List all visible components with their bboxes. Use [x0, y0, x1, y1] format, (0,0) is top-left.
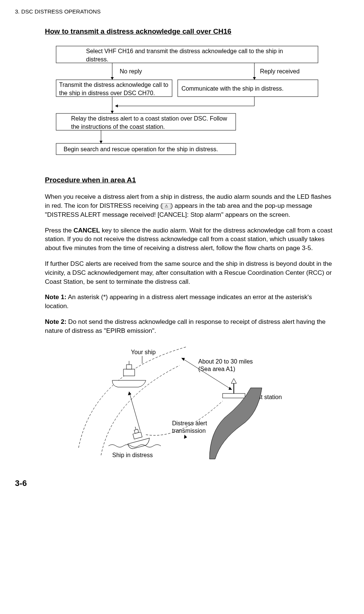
svg-line-27 [129, 392, 140, 431]
svg-marker-11 [115, 104, 118, 107]
label-reply-received: Reply received [260, 68, 300, 75]
diagram-label-distress-2: transmission [172, 428, 206, 434]
note-1: Note 1: An asterisk (*) appearing in a d… [45, 293, 334, 311]
diagram-label-distress-1: Distress alert [172, 420, 207, 426]
flow-box-1: Select VHF CH16 and transmit the distres… [86, 47, 296, 62]
flowchart-svg: Select VHF CH16 and transmit the distres… [52, 44, 322, 160]
diagram-label-your-ship: Your ship [131, 349, 156, 355]
flow-box-3: Communicate with the ship in distress. [181, 85, 316, 93]
svg-marker-14 [100, 141, 103, 143]
chapter-header: 3. DSC DISTRESS OPERATIONS [15, 7, 349, 15]
paragraph-1: When you receive a distress alert from a… [45, 192, 334, 219]
label-no-reply: No reply [120, 68, 142, 75]
svg-rect-19 [123, 369, 135, 376]
svg-marker-18 [229, 387, 232, 390]
svg-marker-8 [111, 111, 114, 113]
coast-station-icon [223, 379, 245, 398]
diagram-label-area: (Sea area A1) [198, 366, 235, 372]
paragraph-2: Press the CANCEL key to silence the audi… [45, 226, 334, 253]
area-a1-diagram: Your ship About 20 to 30 miles (Sea area… [75, 343, 349, 463]
flowchart-ch16: Select VHF CH16 and transmit the distres… [52, 44, 349, 160]
page-number: 3-6 [15, 478, 349, 489]
svg-marker-26 [184, 435, 187, 439]
your-ship-icon [112, 361, 146, 387]
flow-box-5: Begin search and rescue operation for th… [64, 145, 236, 154]
svg-rect-20 [126, 365, 132, 369]
svg-marker-23 [231, 379, 236, 383]
diagram-label-ship-distress: Ship in distress [112, 452, 153, 458]
svg-marker-17 [181, 358, 185, 361]
distress-receive-icon: ⚠ [162, 203, 171, 209]
diagram-label-distance: About 20 to 30 miles [198, 358, 253, 365]
diagram-svg: Your ship About 20 to 30 miles (Sea area… [75, 343, 292, 463]
flow-box-2: Transmit the distress acknowledge call t… [59, 81, 171, 96]
svg-rect-25 [223, 393, 245, 398]
svg-rect-29 [133, 432, 142, 439]
paragraph-3: If further DSC alerts are received from … [45, 259, 334, 286]
section-title-ch16: How to transmit a distress acknowledge c… [45, 27, 349, 37]
flow-box-4: Relay the distress alert to a coast stat… [71, 115, 232, 130]
svg-marker-2 [111, 77, 114, 80]
svg-rect-30 [134, 429, 139, 433]
svg-line-31 [135, 427, 136, 430]
ship-in-distress-icon [124, 424, 151, 450]
svg-marker-4 [253, 77, 256, 80]
section-title-a1: Procedure when in area A1 [45, 175, 349, 185]
note-2: Note 2: Do not send the distress acknowl… [45, 317, 334, 335]
svg-marker-28 [128, 392, 131, 395]
